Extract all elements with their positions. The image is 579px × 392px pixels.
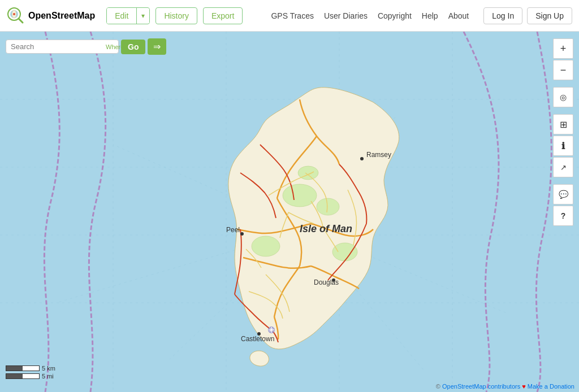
logo-text: OpenStreetMap	[28, 11, 95, 21]
share-icon: ↗	[560, 163, 567, 172]
attribution: © OpenStreetMap contributors ♥ Make a Do…	[436, 383, 574, 390]
zoom-out-button[interactable]: −	[553, 60, 573, 80]
svg-point-4	[13, 13, 15, 15]
query-icon: ?	[561, 211, 566, 220]
nav-user-diaries[interactable]: User Diaries	[324, 11, 368, 20]
signup-button[interactable]: Sign Up	[527, 7, 572, 24]
castletown-label: Castletown	[241, 335, 274, 343]
ramsey-dot	[360, 157, 364, 160]
scale-km-box	[6, 365, 40, 371]
svg-point-23	[332, 243, 357, 261]
directions-icon: ⇒	[153, 42, 161, 51]
scale-km-label: 5 km	[42, 365, 55, 372]
scale-bar: 5 km 5 mi	[6, 365, 55, 380]
osm-link[interactable]: OpenStreetMap contributors	[442, 383, 520, 390]
export-button[interactable]: Export	[203, 7, 243, 24]
info-button[interactable]: ℹ	[553, 136, 573, 156]
svg-line-3	[19, 19, 23, 23]
edit-button[interactable]: Edit	[107, 8, 137, 24]
airport-icon	[268, 326, 275, 333]
map-svg: Isle of Man Ramsey Peel Douglas Castleto…	[0, 32, 579, 392]
search-input-wrap: Where am I?	[6, 40, 119, 54]
nav-about[interactable]: About	[448, 11, 469, 20]
nav-gps-traces[interactable]: GPS Traces	[271, 11, 313, 20]
scale-mi-label: 5 mi	[42, 373, 54, 380]
peel-label: Peel	[226, 226, 240, 234]
note-button[interactable]: 💬	[553, 184, 573, 204]
scale-mi-row: 5 mi	[6, 373, 55, 380]
svg-point-22	[252, 236, 280, 256]
search-bar: Where am I? Go ⇒	[6, 38, 166, 55]
nav-help[interactable]: Help	[422, 11, 438, 20]
logo-area: OpenStreetMap	[7, 7, 95, 25]
history-button[interactable]: History	[155, 7, 197, 24]
attribution-prefix: ©	[436, 383, 442, 390]
map-container[interactable]: Isle of Man Ramsey Peel Douglas Castleto…	[0, 32, 579, 392]
share-button[interactable]: ↗	[553, 157, 573, 177]
locate-icon: ◎	[560, 93, 567, 102]
peel-dot	[240, 232, 244, 236]
isle-of-man-label: Isle of Man	[300, 223, 352, 234]
edit-dropdown-button[interactable]: ▾	[137, 8, 149, 23]
info-icon: ℹ	[561, 141, 565, 151]
layers-icon: ⊞	[560, 119, 567, 130]
layers-button[interactable]: ⊞	[553, 114, 573, 134]
map-controls: + − ◎ ⊞ ℹ ↗ 💬 ?	[553, 38, 573, 226]
header: OpenStreetMap Edit ▾ History Export GPS …	[0, 0, 579, 32]
osm-logo-icon	[7, 7, 25, 25]
heart-icon: ♥	[522, 383, 526, 390]
locate-button[interactable]: ◎	[553, 87, 573, 107]
douglas-label: Douglas	[314, 278, 339, 286]
scale-km-row: 5 km	[6, 365, 55, 372]
login-button[interactable]: Log In	[483, 7, 522, 24]
scale-mi-box	[6, 373, 40, 379]
auth-buttons: Log In Sign Up	[483, 7, 572, 24]
donate-link[interactable]: Make a Donation	[528, 383, 574, 390]
edit-button-group: Edit ▾	[106, 7, 150, 24]
go-button[interactable]: Go	[121, 40, 145, 54]
query-button[interactable]: ?	[553, 206, 573, 226]
svg-point-21	[317, 198, 339, 215]
directions-button[interactable]: ⇒	[148, 38, 166, 55]
search-input[interactable]	[11, 42, 106, 51]
nav-links: GPS Traces User Diaries Copyright Help A…	[271, 11, 469, 20]
ramsey-label: Ramsey	[366, 151, 391, 159]
svg-point-20	[283, 184, 317, 207]
zoom-in-button[interactable]: +	[553, 38, 573, 59]
nav-copyright[interactable]: Copyright	[378, 11, 412, 20]
note-icon: 💬	[559, 190, 568, 199]
